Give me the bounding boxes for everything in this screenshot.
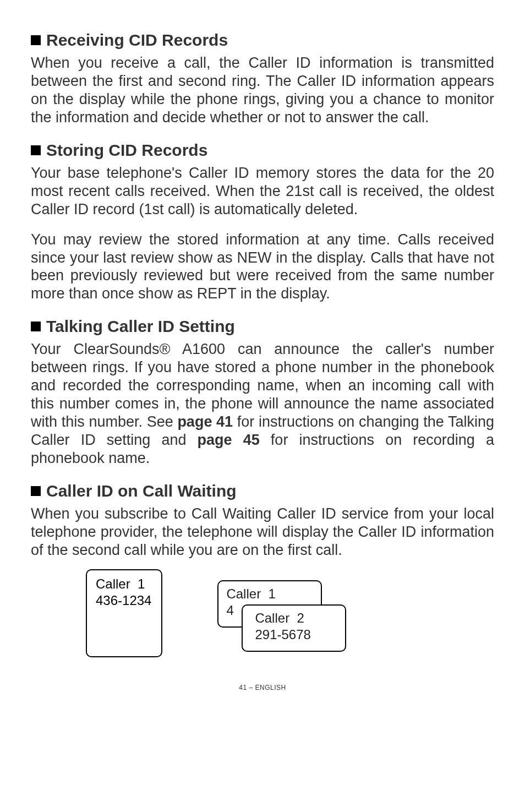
display-box-single: Caller 1 436-1234 [86,569,162,657]
paragraph: Your ClearSounds® A1600 can announce the… [31,340,494,467]
display-line: 436-1234 [96,593,151,608]
heading-row: Caller ID on Call Waiting [31,482,494,500]
display-box-front: Caller 2 291-5678 [242,604,346,652]
heading-row: Receiving CID Records [31,31,494,50]
paragraph: Your base telephone's Caller ID memory s… [31,164,494,219]
section-talking-caller-id-setting: Talking Caller ID Setting Your ClearSoun… [31,317,494,467]
paragraph: When you receive a call, the Caller ID i… [31,54,494,127]
display-line: 291-5678 [255,627,310,642]
heading-row: Talking Caller ID Setting [31,317,494,336]
display-line: 4 [226,603,233,618]
heading-row: Storing CID Records [31,141,494,160]
square-bullet-icon [31,486,41,496]
heading-title: Receiving CID Records [46,31,228,50]
page-footer: 41 – ENGLISH [31,684,494,691]
display-box-stack: Caller 1 4 Caller 2 291-5678 [217,580,349,657]
square-bullet-icon [31,35,41,45]
display-figures: Caller 1 436-1234 Caller 1 4 Caller 2 29… [31,569,494,657]
page-content: Receiving CID Records When you receive a… [0,0,525,713]
section-storing-cid-records: Storing CID Records Your base telephone'… [31,141,494,303]
heading-title: Storing CID Records [46,141,207,160]
heading-title: Caller ID on Call Waiting [46,482,237,500]
square-bullet-icon [31,145,41,155]
paragraph: You may review the stored information at… [31,231,494,303]
display-line: Caller 1 [226,586,275,601]
display-line: Caller 2 [255,611,304,625]
section-caller-id-on-call-waiting: Caller ID on Call Waiting When you subsc… [31,482,494,657]
display-line: Caller 1 [96,576,145,591]
paragraph: When you subscribe to Call Waiting Calle… [31,505,494,559]
heading-title: Talking Caller ID Setting [46,317,235,336]
paragraph-gap [31,219,494,231]
section-receiving-cid-records: Receiving CID Records When you receive a… [31,31,494,127]
square-bullet-icon [31,321,41,331]
